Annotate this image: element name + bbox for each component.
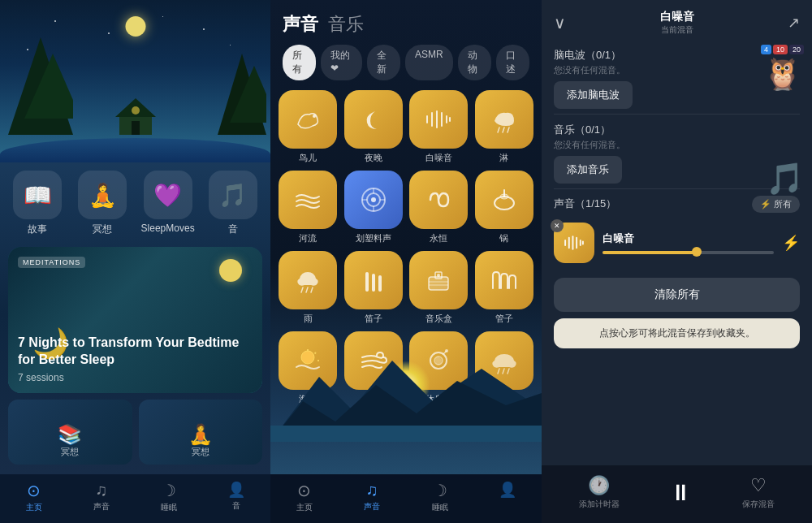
music-subtitle: 您没有任何混音。 bbox=[554, 139, 800, 151]
panel2-landscape bbox=[270, 377, 542, 482]
badge-4: 4 bbox=[761, 45, 771, 54]
svg-line-15 bbox=[498, 128, 499, 132]
sound-whitenoise-label: 白噪音 bbox=[425, 152, 452, 164]
tab-animal[interactable]: 动物 bbox=[458, 45, 491, 80]
svg-line-16 bbox=[503, 128, 504, 132]
bottom-card-1[interactable]: 📚 冥想 bbox=[8, 400, 132, 465]
bottom-cards-row: 📚 冥想 🧘 冥想 bbox=[0, 400, 270, 465]
meditate-label: 冥想 bbox=[93, 223, 112, 236]
mixer-footer: 🕐 添加计时器 ⏸ ♡ 保存混音 bbox=[542, 465, 812, 523]
sound-night-label: 夜晚 bbox=[365, 152, 382, 164]
sound-musicbox[interactable]: 音乐盒 bbox=[409, 251, 469, 325]
bottom-card-2[interactable]: 🧘 冥想 bbox=[139, 400, 263, 465]
svg-line-17 bbox=[508, 128, 509, 132]
tab-all[interactable]: 所有 bbox=[283, 45, 316, 80]
mixer-title: 白噪音 bbox=[660, 10, 694, 24]
home-category-icons: 📖 故事 🧘 冥想 💜 SleepMoves 🎵 音 bbox=[0, 162, 270, 240]
sound-flute[interactable]: 笛子 bbox=[344, 251, 404, 325]
nav2-sound-icon: ♫ bbox=[366, 481, 378, 499]
clear-all-button[interactable]: 清除所有 bbox=[554, 278, 800, 312]
sounds-title: 声音 bbox=[283, 12, 318, 37]
sound-pot[interactable]: 锅 bbox=[475, 171, 534, 244]
nav-profile[interactable]: 👤 音 bbox=[203, 481, 270, 513]
bottom-card-2-label: 冥想 bbox=[192, 446, 209, 458]
tab-asmr[interactable]: ASMR bbox=[405, 45, 453, 80]
pause-icon: ⏸ bbox=[669, 479, 692, 506]
trees-left-icon bbox=[8, 37, 73, 135]
nav-sound[interactable]: ♫ 声音 bbox=[67, 481, 135, 513]
lightning-icon: ⚡ bbox=[782, 234, 800, 252]
sound-night[interactable]: 夜晚 bbox=[344, 90, 404, 164]
heart-icon: ♡ bbox=[750, 475, 767, 496]
svg-point-20 bbox=[371, 197, 376, 202]
water-scene bbox=[0, 138, 270, 162]
panel-home: 📖 故事 🧘 冥想 💜 SleepMoves 🎵 音 🌙 MEDITATIONS… bbox=[0, 0, 270, 523]
mixer-header: ∨ 白噪音 当前混音 ↗ bbox=[542, 0, 812, 40]
sound-pot-label: 锅 bbox=[499, 232, 508, 244]
sound-whitenoise-icon bbox=[409, 90, 468, 149]
bottom-card-1-icon: 📚 bbox=[58, 423, 82, 446]
sounds-title-sub: 音乐 bbox=[328, 12, 364, 37]
sound-rain2[interactable]: 淋 bbox=[475, 90, 534, 164]
tab-new[interactable]: 全新 bbox=[367, 45, 400, 80]
nav2-profile[interactable]: 👤 bbox=[474, 481, 542, 513]
sound-plastic-icon bbox=[344, 171, 403, 229]
tab-narrate[interactable]: 口述 bbox=[496, 45, 529, 80]
sound-rain-label: 雨 bbox=[304, 313, 313, 325]
featured-card[interactable]: 🌙 MEDITATIONS 7 Nights to Transform Your… bbox=[8, 247, 262, 393]
nav-home[interactable]: ⊙ 主页 bbox=[0, 481, 67, 513]
sleepmoves-icon: 💜 bbox=[144, 171, 192, 219]
sidebar-item-sound[interactable]: 🎵 音 bbox=[204, 171, 262, 236]
sidebar-item-meditate[interactable]: 🧘 冥想 bbox=[73, 171, 132, 236]
add-timer-action[interactable]: 🕐 添加计时器 bbox=[579, 475, 620, 510]
add-music-button[interactable]: 添加音乐 bbox=[554, 156, 622, 184]
home-hero-scene bbox=[0, 0, 270, 162]
sound-plastic-label: 划塑料声 bbox=[356, 232, 391, 244]
svg-point-38 bbox=[437, 274, 440, 277]
sound-eternal[interactable]: 永恒 bbox=[409, 171, 469, 244]
svg-marker-52 bbox=[270, 426, 542, 442]
tab-mine[interactable]: 我的 ❤ bbox=[321, 45, 362, 80]
bottom-card-1-label: 冥想 bbox=[61, 446, 79, 458]
sound-row-whitenoise[interactable]: ✕ 白噪音 ⚡ bbox=[542, 214, 812, 271]
play-pause-action[interactable]: ⏸ bbox=[669, 479, 692, 506]
sound-pot-icon bbox=[475, 171, 533, 229]
sound-flute-label: 笛子 bbox=[365, 313, 382, 325]
panel-mixer: ∨ 白噪音 当前混音 ↗ 脑电波（0/1） 您没有任何混音。 添加脑电波 4 1… bbox=[542, 0, 812, 523]
all-filter-button[interactable]: ⚡ 所有 bbox=[752, 196, 800, 213]
svg-rect-32 bbox=[372, 274, 375, 292]
sound-river[interactable]: 河流 bbox=[279, 171, 338, 244]
nav2-sound[interactable]: ♫ 声音 bbox=[339, 481, 407, 513]
add-brainwave-button[interactable]: 添加脑电波 bbox=[554, 81, 633, 109]
nav-sleep[interactable]: ☽ 睡眠 bbox=[136, 481, 203, 513]
sound-pipe[interactable]: 管子 bbox=[475, 251, 534, 325]
sleep-nav-label: 睡眠 bbox=[161, 502, 177, 513]
badge-20: 20 bbox=[789, 45, 804, 54]
sound-night-icon bbox=[344, 90, 403, 149]
card-title: 7 Nights to Transform Your Bedtime for B… bbox=[18, 335, 253, 369]
sound-bird[interactable]: 鸟儿 bbox=[279, 90, 338, 164]
remove-badge[interactable]: ✕ bbox=[551, 219, 564, 232]
save-mix-action[interactable]: ♡ 保存混音 bbox=[742, 475, 775, 510]
sleep-nav-icon: ☽ bbox=[162, 481, 176, 500]
nav2-home[interactable]: ⊙ 主页 bbox=[270, 481, 339, 513]
sound-whitenoise[interactable]: 白噪音 bbox=[409, 90, 469, 164]
bottom-card-2-icon: 🧘 bbox=[188, 423, 213, 446]
sound-bird-icon bbox=[279, 90, 337, 149]
volume-thumb bbox=[692, 247, 702, 257]
nav2-sleep[interactable]: ☽ 睡眠 bbox=[406, 481, 474, 513]
svg-point-8 bbox=[313, 115, 316, 118]
back-button[interactable]: ∨ bbox=[554, 13, 566, 32]
sound-plastic[interactable]: 划塑料声 bbox=[344, 171, 404, 244]
sound-rain[interactable]: 雨 bbox=[279, 251, 338, 325]
sound-section-title: 声音（1/15） bbox=[554, 197, 616, 211]
share-button[interactable]: ↗ bbox=[788, 14, 800, 32]
panel2-nav-bar: ⊙ 主页 ♫ 声音 ☽ 睡眠 👤 bbox=[270, 474, 542, 523]
mountain-svg bbox=[270, 344, 542, 442]
sound-row-name: 白噪音 bbox=[603, 231, 774, 246]
sidebar-item-sleepmoves[interactable]: 💜 SleepMoves bbox=[139, 171, 197, 234]
svg-rect-31 bbox=[365, 272, 369, 292]
volume-slider[interactable] bbox=[603, 251, 774, 254]
sidebar-item-story[interactable]: 📖 故事 bbox=[8, 171, 67, 236]
timer-label: 添加计时器 bbox=[579, 499, 620, 510]
